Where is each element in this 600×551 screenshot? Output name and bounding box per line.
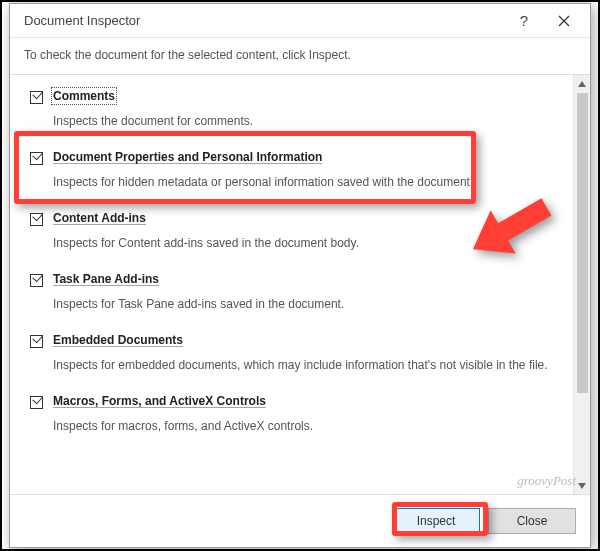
- option-comments: Comments Inspects the document for comme…: [10, 81, 573, 142]
- checkbox-macros[interactable]: [30, 396, 43, 409]
- instruction-text: To check the document for the selected c…: [10, 38, 590, 74]
- checkbox-comments[interactable]: [30, 91, 43, 104]
- help-icon: ?: [520, 12, 528, 29]
- option-doc-properties: Document Properties and Personal Informa…: [10, 142, 573, 203]
- close-button[interactable]: Close: [488, 508, 576, 534]
- option-desc: Inspects the document for comments.: [53, 114, 559, 128]
- scrollbar-thumb[interactable]: [577, 93, 588, 393]
- option-desc: Inspects for hidden metadata or personal…: [53, 175, 559, 189]
- dialog-title: Document Inspector: [24, 13, 504, 28]
- help-button[interactable]: ?: [504, 7, 544, 35]
- option-taskpane-addins: Task Pane Add-ins Inspects for Task Pane…: [10, 264, 573, 325]
- inspect-button[interactable]: Inspect: [392, 508, 480, 534]
- scroll-down-arrow-icon[interactable]: [574, 477, 590, 494]
- option-label[interactable]: Comments: [53, 89, 115, 103]
- option-label[interactable]: Task Pane Add-ins: [53, 272, 159, 286]
- scrollbar[interactable]: [573, 75, 590, 494]
- option-desc: Inspects for Task Pane add-ins saved in …: [53, 297, 559, 311]
- close-window-button[interactable]: [544, 7, 584, 35]
- option-desc: Inspects for macros, forms, and ActiveX …: [53, 419, 559, 433]
- dialog-footer: Inspect Close: [10, 495, 590, 547]
- scroll-up-arrow-icon[interactable]: [574, 75, 590, 92]
- checkbox-doc-properties[interactable]: [30, 152, 43, 165]
- document-inspector-dialog: Document Inspector ? To check the docume…: [9, 3, 591, 548]
- options-list: Comments Inspects the document for comme…: [10, 75, 573, 494]
- option-macros: Macros, Forms, and ActiveX Controls Insp…: [10, 386, 573, 447]
- checkbox-embedded-docs[interactable]: [30, 335, 43, 348]
- option-desc: Inspects for embedded documents, which m…: [53, 358, 559, 372]
- option-label[interactable]: Content Add-ins: [53, 211, 146, 225]
- checkbox-content-addins[interactable]: [30, 213, 43, 226]
- option-label[interactable]: Embedded Documents: [53, 333, 183, 347]
- option-label[interactable]: Document Properties and Personal Informa…: [53, 150, 322, 164]
- option-label[interactable]: Macros, Forms, and ActiveX Controls: [53, 394, 266, 408]
- content-area: Comments Inspects the document for comme…: [10, 74, 590, 495]
- close-icon: [558, 15, 570, 27]
- option-embedded-docs: Embedded Documents Inspects for embedded…: [10, 325, 573, 386]
- checkbox-taskpane-addins[interactable]: [30, 274, 43, 287]
- option-desc: Inspects for Content add-ins saved in th…: [53, 236, 559, 250]
- option-content-addins: Content Add-ins Inspects for Content add…: [10, 203, 573, 264]
- close-button-label: Close: [517, 514, 548, 528]
- titlebar: Document Inspector ?: [10, 4, 590, 38]
- inspect-button-label: Inspect: [417, 514, 456, 528]
